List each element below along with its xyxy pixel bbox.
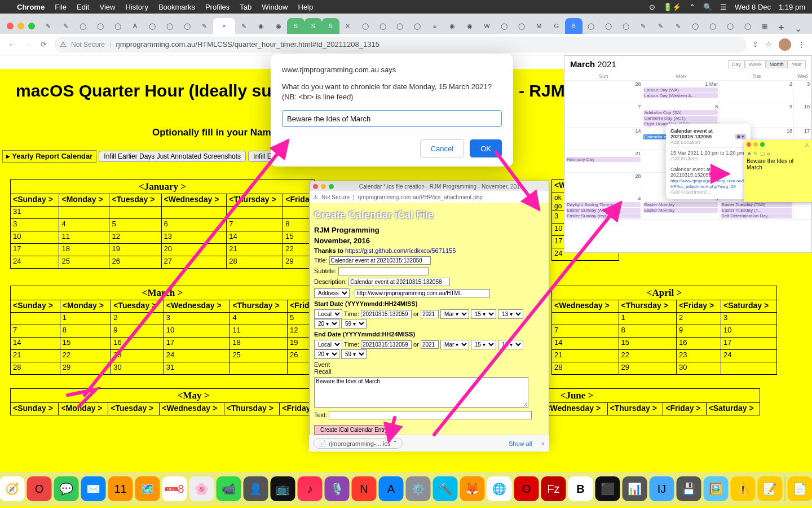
calendar-cell[interactable]: 24 [721,350,777,362]
browser-tab[interactable]: ◯ [374,18,391,34]
browser-tab[interactable]: ✎ [652,18,669,34]
reload-icon[interactable]: ⟳ [38,40,48,49]
facetime-icon[interactable]: 📹 [217,476,241,501]
calendar-cell[interactable]: 17 [721,338,777,350]
appstore-icon[interactable]: A [379,476,404,501]
calendar-cell[interactable]: 28 [11,362,60,375]
maccal-cell[interactable]: 21Harmony Day [565,150,642,173]
browser-tab[interactable]: A [126,18,144,34]
menu-history[interactable]: History [125,3,148,11]
chrome-menu-icon[interactable]: ⋮ [798,40,805,49]
calendar-cell[interactable]: 7 [227,219,283,231]
calendar-cell[interactable]: 16 [676,338,721,350]
minimize-icon[interactable] [753,142,758,147]
browser-tab[interactable]: G [548,18,565,34]
calendar-cell[interactable]: 11 [230,325,288,338]
calendar-cell[interactable]: 14 [552,338,619,350]
filezilla-icon[interactable]: Fz [541,476,566,501]
news-icon[interactable]: N [352,476,377,501]
calendar-cell[interactable]: 2 [111,313,164,325]
browser-tab[interactable]: ◯ [496,18,513,34]
yearly-report-summary[interactable]: ▸ Yearly Report Calendar [2,150,96,163]
view-segment[interactable]: DayWeekMonthYear [728,60,806,68]
mail-icon[interactable]: ✉️ [81,476,106,501]
browser-tab[interactable]: ◯ [74,18,92,34]
browser-tab[interactable]: ◯ [144,18,161,34]
calendar-cell[interactable]: 10 [11,231,59,244]
calendar-cell[interactable]: 4 [230,313,288,325]
calendar-cell[interactable]: 24 [11,256,59,269]
browser-tab[interactable]: ◉ [461,18,478,34]
browser-tab[interactable]: M [530,18,548,34]
browser-tab[interactable]: ✎ [39,18,57,34]
settings-icon[interactable]: ⚙️ [406,476,431,501]
browser-tab[interactable]: ◯ [513,18,531,34]
popover-calendar-badge[interactable]: ■ ▾ [735,134,746,139]
download-chip[interactable]: 📄 rjmprogramming-....ics ⌃ [314,438,403,449]
browser-tab[interactable]: ≡ [426,18,444,34]
calendar-cell[interactable]: 21 [11,350,60,362]
photos-icon[interactable]: 🌸 [189,476,214,501]
calendar-cell[interactable]: 17 [164,338,230,350]
podcasts-icon[interactable]: 🎙️ [325,476,350,501]
calendar-cell[interactable]: 1 [60,313,111,325]
calendar-cell[interactable]: 11 [59,231,109,244]
browser-tab[interactable]: ◯ [179,18,196,34]
sticky-edit-icon[interactable]: ✎ [753,151,758,155]
maccal-cell[interactable]: 1 MarLabour Day (WA)Labour Day (Western … [642,81,720,103]
ical-tz-select[interactable]: Local [314,309,342,319]
close-window-icon[interactable] [7,23,14,29]
calendar-cell[interactable] [230,362,288,375]
calendar-cell[interactable]: 22 [619,350,676,362]
infill-annotated-button[interactable]: Infill Earlier Days Just Annotated Scree… [99,151,246,162]
browser-tab[interactable]: ◉ [443,18,461,34]
dashcode-icon[interactable]: 💾 [677,476,701,501]
create-ical-button[interactable]: Create iCal Calendar Entry [314,425,394,435]
calendar-cell[interactable]: 6 [161,219,227,231]
dialog-ok-button[interactable]: OK [470,139,502,157]
browser-tab[interactable]: ◯ [704,18,722,34]
calendar-cell[interactable]: 15 [60,338,111,350]
terminal-icon[interactable]: ⬛ [595,476,620,501]
spotlight-icon[interactable]: 🔍 [703,3,712,11]
ical-thanks-link[interactable]: https://gist.github.com/ricdkxco/5671155 [345,247,456,254]
control-center-icon[interactable]: ☰ [720,3,727,11]
opera-icon[interactable]: O [27,476,52,501]
sticky-face-icon[interactable]: ☻ [747,151,751,155]
calendar-cell[interactable]: 2 [676,313,721,325]
calendar-cell[interactable]: 18 [59,244,109,256]
menu-help[interactable]: Help [298,3,314,11]
browser-tab[interactable]: ✎ [196,18,213,34]
menu-profiles[interactable]: Profiles [205,3,230,11]
maccal-cell[interactable]: 28 [565,173,642,195]
calendar-cell[interactable]: 29 [60,362,111,375]
minimize-icon[interactable] [321,184,326,189]
calendar-cell[interactable]: 23 [676,350,721,362]
browser-tab[interactable]: ✎ [235,18,253,34]
calendar-cell[interactable]: 21 [227,244,283,256]
new-tab-button[interactable]: + [774,22,789,34]
browser-tab-active[interactable]: × [213,18,235,34]
calendar-cell[interactable]: 3 [11,219,59,231]
maccal-cell[interactable]: 4Daylight Saving Time e...Easter Sunday … [565,195,642,220]
ical-text-input[interactable] [329,411,532,419]
screen-record-icon[interactable]: ⊙ [649,3,655,11]
profile-avatar[interactable] [779,38,791,51]
calendar-cell[interactable]: 25 [59,256,109,269]
calendar-cell[interactable]: 29 [619,362,676,375]
ical-end-input[interactable] [361,340,412,349]
maccal-cell[interactable]: 2 [720,81,794,103]
sticky-lock-icon[interactable]: ⌀ [767,151,771,155]
calendar-cell[interactable] [161,207,227,219]
office-icon[interactable]: O [514,476,539,501]
calendar-cell[interactable] [11,313,60,325]
sticky-bold-icon[interactable]: A [805,142,809,147]
menu-tab[interactable]: Tab [240,3,251,11]
calendar-cell[interactable] [109,207,161,219]
maccal-cell[interactable]: 10 [794,103,811,128]
calendar-cell[interactable]: 4 [59,219,109,231]
browser-tab[interactable]: ◯ [739,18,756,34]
ical-start-input[interactable] [361,310,412,318]
calendar-cell[interactable]: 9 [676,325,721,338]
share-icon[interactable]: ⇪ [752,40,758,49]
